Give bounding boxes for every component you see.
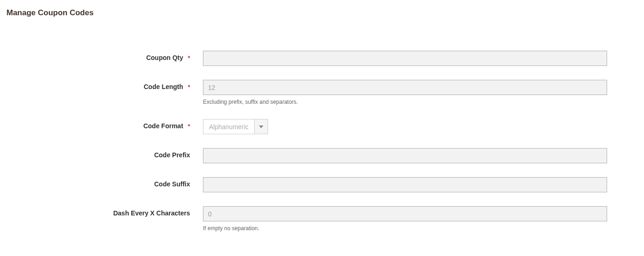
coupon-form: Coupon Qty * Code Length * Excluding pre… — [0, 51, 644, 232]
chevron-down-icon — [255, 119, 268, 134]
input-col: Alphanumeric — [203, 119, 644, 134]
label-text: Dash Every X Characters — [113, 209, 190, 217]
label-code-format: Code Format * — [0, 119, 203, 130]
section-title: Manage Coupon Codes — [0, 0, 644, 18]
label-dash-every: Dash Every X Characters — [0, 206, 203, 217]
field-row-code-length: Code Length * Excluding prefix, suffix a… — [0, 80, 644, 105]
label-text: Code Length — [144, 83, 184, 90]
dash-every-note: If empty no separation. — [203, 225, 607, 232]
label-coupon-qty: Coupon Qty * — [0, 51, 203, 61]
label-code-length: Code Length * — [0, 80, 203, 90]
field-row-code-suffix: Code Suffix — [0, 177, 644, 192]
label-text: Coupon Qty — [146, 54, 183, 61]
field-row-dash-every: Dash Every X Characters If empty no sepa… — [0, 206, 644, 232]
code-suffix-input[interactable] — [203, 177, 607, 192]
label-text: Code Format — [143, 122, 183, 130]
required-marker: * — [188, 54, 190, 61]
label-code-prefix: Code Prefix — [0, 148, 203, 159]
label-code-suffix: Code Suffix — [0, 177, 203, 188]
input-col — [203, 177, 644, 192]
input-col — [203, 148, 644, 163]
code-prefix-input[interactable] — [203, 148, 607, 163]
dash-every-input[interactable] — [203, 206, 607, 221]
code-format-select[interactable]: Alphanumeric — [203, 119, 268, 134]
label-text: Code Prefix — [154, 151, 190, 159]
input-col: Excluding prefix, suffix and separators. — [203, 80, 644, 105]
code-length-note: Excluding prefix, suffix and separators. — [203, 99, 607, 105]
field-row-code-prefix: Code Prefix — [0, 148, 644, 163]
code-length-input[interactable] — [203, 80, 607, 95]
label-text: Code Suffix — [154, 180, 190, 188]
coupon-qty-input[interactable] — [203, 51, 607, 66]
required-marker: * — [188, 123, 190, 130]
required-marker: * — [188, 83, 190, 90]
field-row-code-format: Code Format * Alphanumeric — [0, 119, 644, 134]
field-row-coupon-qty: Coupon Qty * — [0, 51, 644, 66]
input-col: If empty no separation. — [203, 206, 644, 232]
select-value: Alphanumeric — [203, 119, 255, 134]
input-col — [203, 51, 644, 66]
